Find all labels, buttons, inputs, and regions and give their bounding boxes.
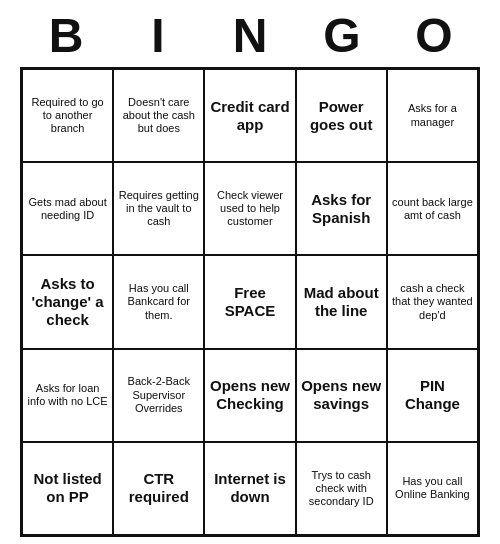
bingo-cell-r5c3[interactable]: Internet is down <box>204 442 295 535</box>
bingo-cell-r4c5[interactable]: PIN Change <box>387 349 478 442</box>
bingo-letter-o: O <box>394 8 474 63</box>
bingo-cell-r2c4[interactable]: Asks for Spanish <box>296 162 387 255</box>
bingo-cell-r2c5[interactable]: count back large amt of cash <box>387 162 478 255</box>
bingo-cell-r3c2[interactable]: Has you call Bankcard for them. <box>113 255 204 348</box>
bingo-letter-g: G <box>302 8 382 63</box>
bingo-cell-r5c1[interactable]: Not listed on PP <box>22 442 113 535</box>
bingo-cell-r5c2[interactable]: CTR required <box>113 442 204 535</box>
bingo-letter-i: I <box>118 8 198 63</box>
bingo-grid: Required to go to another branchDoesn't … <box>20 67 480 537</box>
bingo-cell-r4c1[interactable]: Asks for loan info with no LCE <box>22 349 113 442</box>
bingo-cell-r1c3[interactable]: Credit card app <box>204 69 295 162</box>
bingo-cell-r5c4[interactable]: Trys to cash check with secondary ID <box>296 442 387 535</box>
bingo-cell-r1c5[interactable]: Asks for a manager <box>387 69 478 162</box>
bingo-cell-r1c4[interactable]: Power goes out <box>296 69 387 162</box>
bingo-letter-n: N <box>210 8 290 63</box>
bingo-cell-r2c1[interactable]: Gets mad about needing ID <box>22 162 113 255</box>
bingo-cell-r2c3[interactable]: Check viewer used to help customer <box>204 162 295 255</box>
bingo-cell-r4c2[interactable]: Back-2-Back Supervisor Overrides <box>113 349 204 442</box>
bingo-cell-r2c2[interactable]: Requires getting in the vault to cash <box>113 162 204 255</box>
bingo-cell-r1c1[interactable]: Required to go to another branch <box>22 69 113 162</box>
bingo-cell-r3c5[interactable]: cash a check that they wanted dep'd <box>387 255 478 348</box>
bingo-cell-r4c4[interactable]: Opens new savings <box>296 349 387 442</box>
bingo-cell-r3c3[interactable]: Free SPACE <box>204 255 295 348</box>
bingo-cell-r3c1[interactable]: Asks to 'change' a check <box>22 255 113 348</box>
bingo-header: BINGO <box>20 0 480 67</box>
bingo-cell-r3c4[interactable]: Mad about the line <box>296 255 387 348</box>
bingo-cell-r4c3[interactable]: Opens new Checking <box>204 349 295 442</box>
bingo-cell-r5c5[interactable]: Has you call Online Banking <box>387 442 478 535</box>
bingo-cell-r1c2[interactable]: Doesn't care about the cash but does <box>113 69 204 162</box>
bingo-letter-b: B <box>26 8 106 63</box>
